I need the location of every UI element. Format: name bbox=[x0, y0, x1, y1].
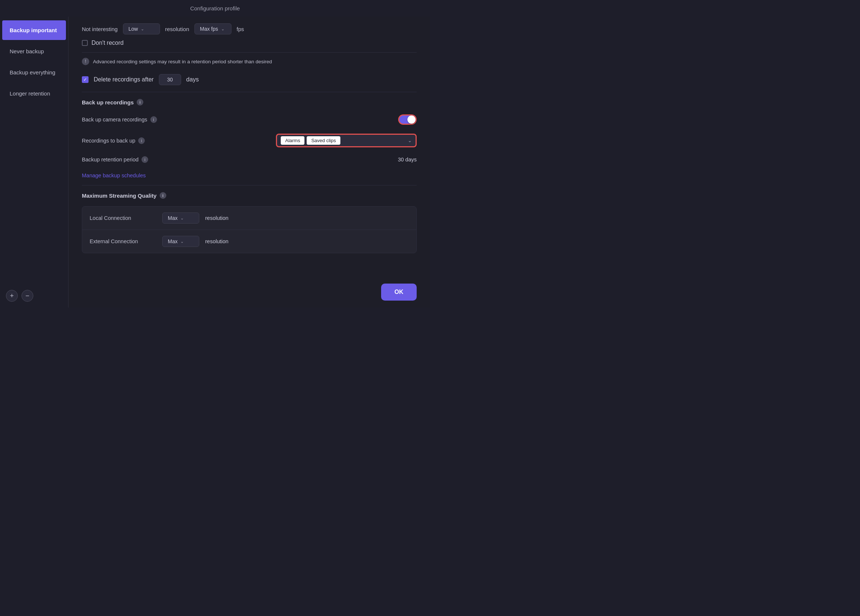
back-up-camera-row: Back up camera recordings i bbox=[69, 110, 430, 129]
resolution-select[interactable]: Low ⌄ bbox=[123, 24, 160, 34]
title-bar: Configuration profile bbox=[0, 0, 430, 17]
sidebar-item-never-backup[interactable]: Never backup bbox=[2, 41, 66, 61]
remove-button[interactable]: − bbox=[22, 290, 33, 302]
delete-recordings-row: ✓ Delete recordings after days bbox=[69, 71, 430, 92]
resolution-label: resolution bbox=[165, 26, 189, 32]
retention-value: 30 days bbox=[398, 157, 417, 163]
add-button[interactable]: + bbox=[6, 290, 18, 302]
sidebar-footer: + − bbox=[0, 284, 68, 308]
recordings-to-back-up-label: Recordings to back up i bbox=[82, 137, 145, 144]
streaming-section: Local Connection Max ⌄ resolution Extern… bbox=[82, 206, 417, 253]
days-input[interactable] bbox=[159, 74, 181, 85]
recordings-to-back-up-row: Recordings to back up i Alarms Saved cli… bbox=[69, 129, 430, 152]
local-chevron-icon: ⌄ bbox=[180, 216, 184, 221]
dont-record-checkbox[interactable] bbox=[82, 40, 88, 46]
resolution-chevron-icon: ⌄ bbox=[141, 27, 144, 31]
sidebar-item-longer-retention[interactable]: Longer retention bbox=[2, 84, 66, 103]
back-up-camera-toggle[interactable] bbox=[398, 114, 417, 125]
fps-chevron-icon: ⌄ bbox=[221, 27, 224, 31]
quality-row: Not interesting Low ⌄ resolution Max fps… bbox=[69, 17, 430, 38]
recordings-dropdown[interactable]: Alarms Saved clips ⌄ bbox=[276, 134, 417, 147]
local-resolution-label: resolution bbox=[205, 215, 229, 221]
back-up-recordings-header: Back up recordings i bbox=[69, 92, 430, 110]
toggle-knob bbox=[407, 116, 416, 124]
recordings-info-icon[interactable]: i bbox=[138, 137, 145, 144]
streaming-quality-header: Maximum Streaming Quality i bbox=[69, 185, 430, 203]
manage-backup-link[interactable]: Manage backup schedules bbox=[69, 167, 430, 185]
main-content: Not interesting Low ⌄ resolution Max fps… bbox=[69, 17, 430, 308]
back-up-recordings-info-icon[interactable]: i bbox=[137, 99, 143, 105]
saved-clips-tag[interactable]: Saved clips bbox=[307, 136, 340, 145]
retention-info-icon[interactable]: i bbox=[141, 156, 148, 163]
retention-label: Backup retention period bbox=[82, 157, 138, 163]
delete-recordings-checkbox[interactable]: ✓ bbox=[82, 76, 88, 83]
back-up-camera-info-icon[interactable]: i bbox=[151, 116, 157, 123]
external-resolution-label: resolution bbox=[205, 238, 229, 245]
local-connection-label: Local Connection bbox=[89, 215, 156, 221]
title-label: Configuration profile bbox=[190, 5, 240, 11]
not-interesting-label: Not interesting bbox=[82, 26, 118, 32]
local-connection-row: Local Connection Max ⌄ resolution bbox=[82, 207, 416, 230]
fps-label: fps bbox=[237, 26, 244, 32]
warning-text: Advanced recording settings may result i… bbox=[93, 59, 272, 64]
external-resolution-select[interactable]: Max ⌄ bbox=[162, 236, 199, 247]
external-connection-label: External Connection bbox=[89, 238, 156, 245]
external-connection-row: External Connection Max ⌄ resolution bbox=[82, 230, 416, 253]
sidebar: Backup important Never backup Backup eve… bbox=[0, 17, 69, 308]
warning-icon: ! bbox=[82, 58, 89, 65]
days-label: days bbox=[186, 76, 199, 83]
delete-recordings-label: Delete recordings after bbox=[94, 76, 154, 83]
warning-banner: ! Advanced recording settings may result… bbox=[69, 53, 430, 71]
local-resolution-select[interactable]: Max ⌄ bbox=[162, 213, 199, 224]
backup-retention-row: Backup retention period i 30 days bbox=[69, 152, 430, 167]
fps-select[interactable]: Max fps ⌄ bbox=[195, 24, 231, 34]
dont-record-label: Don't record bbox=[91, 39, 124, 46]
streaming-quality-info-icon[interactable]: i bbox=[160, 192, 166, 199]
sidebar-item-backup-important[interactable]: Backup important bbox=[2, 20, 66, 40]
external-chevron-icon: ⌄ bbox=[180, 239, 184, 244]
dont-record-row: Don't record bbox=[69, 38, 430, 52]
alarms-tag[interactable]: Alarms bbox=[281, 136, 304, 145]
back-up-camera-label: Back up camera recordings i bbox=[82, 116, 157, 123]
recordings-dropdown-chevron-icon: ⌄ bbox=[408, 138, 412, 143]
ok-button[interactable]: OK bbox=[381, 284, 417, 301]
sidebar-item-backup-everything[interactable]: Backup everything bbox=[2, 63, 66, 82]
sidebar-items: Backup important Never backup Backup eve… bbox=[0, 20, 68, 104]
